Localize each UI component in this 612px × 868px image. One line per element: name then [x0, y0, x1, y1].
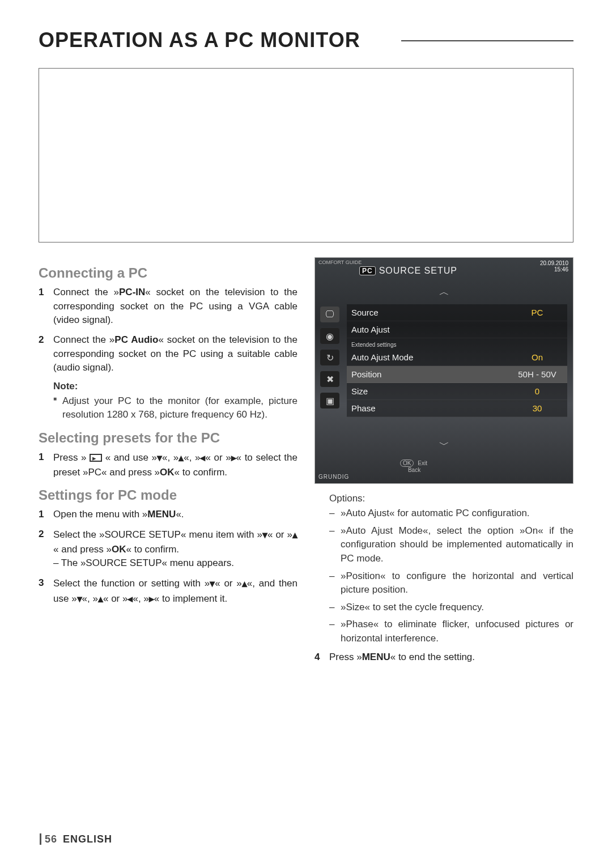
heading-connecting: Connecting a PC [39, 265, 298, 281]
text: « to end the setting. [390, 652, 475, 662]
text: Press » [329, 652, 362, 662]
page-footer: 56 ENGLISH [40, 833, 112, 845]
osd-label: Auto Ajust Mode [351, 352, 413, 362]
bold-menu: MENU [362, 652, 390, 662]
osd-row-position: Position 50H - 50V [347, 366, 567, 383]
bold-pc-audio: PC Audio [114, 334, 158, 345]
ok-button-icon: OK [400, 459, 414, 467]
osd-ok-hint: OK Exit Back [400, 459, 427, 473]
step-number: 4 [314, 650, 329, 665]
osd-label: Source [351, 308, 379, 317]
osd-value: 50H - 50V [512, 369, 563, 379]
presets-step-1: 1 Press » « and use »«, »«, »« or »« to … [39, 450, 298, 479]
text: «, » [162, 452, 178, 463]
osd-value: On [512, 352, 563, 362]
step-number: 1 [39, 286, 53, 327]
bold-menu: MENU [147, 509, 176, 520]
settings-step-3: 3 Select the function or setting with »«… [39, 576, 298, 606]
down-arrow-icon [157, 450, 162, 466]
osd-date: 20.09.2010 [540, 260, 568, 266]
right-arrow-icon [231, 450, 236, 466]
text: « to confirm. [175, 467, 228, 478]
text: « to confirm. [126, 544, 180, 555]
osd-brand: GRUNDIG [318, 474, 349, 480]
osd-row-source: Source PC [347, 304, 567, 321]
settings-step-2: 2 Select the »SOURCE SETUP« menu item wi… [39, 527, 298, 571]
osd-sidebar: 🖵 ◉ ↻ ✖ ▣ [317, 307, 342, 409]
options-list: »Auto Ajust« for automatic PC configura­… [314, 507, 573, 646]
osd-value: 30 [512, 403, 563, 413]
heading-presets: Selecting presets for the PC [39, 430, 298, 446]
text: « or » [205, 452, 231, 463]
osd-row-size: Size 0 [347, 383, 567, 400]
osd-value: 0 [512, 386, 563, 396]
connecting-step-2: 2 Connect the »PC Audio« socket on the t… [39, 333, 298, 375]
step-number: 3 [39, 576, 53, 606]
osd-value: PC [512, 308, 563, 317]
down-arrow-icon [210, 576, 215, 592]
option-phase: »Phase« to eliminate flicker, unfocused … [329, 618, 573, 645]
option-size: »Size« to set the cycle frequency. [329, 601, 573, 615]
up-arrow-icon [98, 592, 103, 607]
osd-row-phase: Phase 30 [347, 400, 567, 417]
options-heading: Options: [329, 493, 573, 504]
option-auto-ajust: »Auto Ajust« for automatic PC configura­… [329, 507, 573, 521]
option-position: »Position« to configure the horizontal a… [329, 569, 573, 597]
osd-menu-title: PCSOURCE SETUP [359, 266, 457, 276]
settings-step-4: 4 Press »MENU« to end the setting. [314, 650, 573, 665]
text: « to implement it. [154, 593, 227, 603]
down-arrow-icon [77, 592, 82, 607]
text: « and press » [53, 544, 112, 555]
sidebar-loop-icon: ↻ [320, 350, 339, 365]
bold-ok: OK [160, 467, 175, 478]
sidebar-pc-icon: 🖵 [320, 307, 339, 322]
scroll-up-icon: ︿ [439, 285, 449, 299]
settings-step-1: 1 Open the menu with »MENU«. [39, 508, 298, 522]
substep-text: – The »SOURCE SETUP« menu appears. [53, 558, 234, 568]
text: «, » [184, 452, 200, 463]
option-auto-ajust-mode: »Auto Ajust Mode«, select the option »On… [329, 524, 573, 566]
text: « and use » [102, 452, 157, 463]
text: Select the »SOURCE SETUP« menu item with… [53, 529, 262, 540]
text: «, » [82, 593, 98, 603]
osd-label: Phase [351, 403, 376, 413]
step-number: 1 [39, 508, 53, 522]
osd-extended-header: Extended settings [347, 338, 567, 349]
step-number: 2 [39, 333, 53, 375]
osd-label: Auto Ajust [351, 325, 390, 334]
sidebar-pip-icon: ▣ [320, 393, 339, 409]
osd-source-setup-menu: COMFORT GUIDE 20.09.2010 15:46 PCSOURCE … [314, 257, 573, 484]
hint-back: Back [408, 467, 420, 473]
text: Select the function or setting with » [53, 578, 210, 589]
text: Press » [53, 452, 90, 463]
osd-datetime: 20.09.2010 15:46 [540, 260, 568, 273]
step-number: 1 [39, 450, 53, 479]
text: Connect the » [53, 334, 114, 345]
osd-row-auto-mode: Auto Ajust Mode On [347, 349, 567, 366]
right-arrow-icon [149, 592, 154, 607]
osd-settings-list: Source PC Auto Ajust Extended settings A… [347, 304, 567, 417]
osd-time: 15:46 [554, 266, 568, 273]
text: « or » [215, 578, 242, 589]
osd-menu-title-text: SOURCE SETUP [379, 266, 457, 275]
osd-label: Size [351, 386, 368, 396]
hint-exit: Exit [418, 460, 427, 466]
text: Connect the » [53, 287, 119, 297]
osd-row-auto-ajust: Auto Ajust [347, 321, 567, 338]
scroll-down-icon: ﹀ [439, 438, 449, 452]
text: Open the menu with » [53, 509, 147, 520]
pc-mode-icon: PC [359, 266, 376, 275]
comfort-guide-label: COMFORT GUIDE [318, 260, 362, 265]
text: « or » [103, 593, 128, 603]
step-number: 2 [39, 527, 53, 571]
note-heading: Note: [53, 381, 298, 392]
note-body: Adjust your PC to the monitor (for examp… [53, 394, 298, 422]
up-arrow-icon [292, 527, 298, 543]
page-number: 56 [40, 833, 57, 845]
text: « or » [267, 529, 292, 540]
up-arrow-icon [242, 576, 247, 592]
osd-label: Position [351, 369, 381, 379]
bold-ok: OK [112, 544, 126, 555]
text: «, » [133, 593, 148, 603]
page-title: OPERATION AS A PC MONITOR [39, 28, 573, 52]
